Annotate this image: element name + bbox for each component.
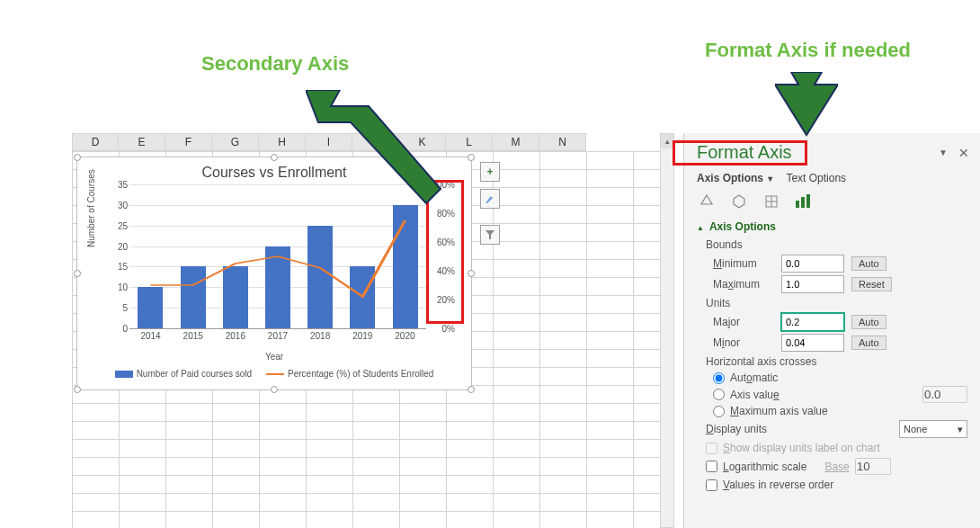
primary-y-axis[interactable]: 35 30 25 20 15 10 5 0 bbox=[110, 184, 128, 328]
col-header[interactable]: F bbox=[165, 133, 212, 151]
plus-icon: + bbox=[486, 166, 493, 178]
col-header[interactable]: M bbox=[493, 133, 539, 151]
svg-marker-0 bbox=[306, 90, 441, 203]
min-input[interactable] bbox=[781, 255, 844, 273]
section-axis-options[interactable]: Axis Options bbox=[697, 220, 967, 233]
legend[interactable]: Number of Paid courses sold Percentage (… bbox=[77, 369, 471, 379]
radio-max-axis-value[interactable] bbox=[713, 406, 725, 417]
minor-auto-button[interactable]: Auto bbox=[851, 336, 886, 350]
svg-marker-2 bbox=[734, 195, 744, 208]
horizontal-crosses-label: Horizontal axis crosses bbox=[706, 355, 967, 368]
chart-styles-button[interactable] bbox=[480, 189, 500, 209]
resize-handle[interactable] bbox=[271, 154, 278, 161]
resize-handle[interactable] bbox=[74, 154, 81, 161]
format-axis-pane: Format Axis ▼ ✕ Axis Options ▼ Text Opti… bbox=[683, 133, 980, 528]
minor-label: Minor bbox=[713, 336, 774, 349]
funnel-icon bbox=[485, 229, 495, 240]
x-axis-label[interactable]: Year bbox=[77, 352, 471, 362]
radio-axis-value[interactable] bbox=[713, 389, 725, 400]
chart-elements-button[interactable]: + bbox=[480, 162, 500, 182]
svg-rect-8 bbox=[806, 194, 810, 208]
axis-value-input bbox=[922, 386, 967, 403]
col-header[interactable]: E bbox=[119, 133, 165, 151]
svg-marker-1 bbox=[775, 72, 838, 135]
units-label: Units bbox=[706, 297, 967, 309]
fill-line-icon[interactable] bbox=[697, 192, 717, 211]
legend-swatch-line bbox=[266, 373, 284, 375]
effects-icon[interactable] bbox=[729, 192, 749, 211]
resize-handle[interactable] bbox=[74, 386, 81, 393]
pane-tabs: Axis Options ▼ Text Options bbox=[697, 172, 967, 184]
highlight-format-axis-title bbox=[673, 140, 807, 166]
x-axis[interactable]: 2014201520162017201820192020 bbox=[129, 331, 426, 341]
vertical-scrollbar[interactable]: ▴ bbox=[660, 133, 674, 528]
max-reset-button[interactable]: Reset bbox=[851, 277, 892, 291]
annotation-format-axis: Format Axis if needed bbox=[705, 39, 911, 62]
col-header[interactable]: L bbox=[446, 133, 493, 151]
min-label: Minimum bbox=[713, 257, 774, 270]
size-properties-icon[interactable] bbox=[762, 192, 781, 211]
major-label: Major bbox=[713, 316, 774, 328]
axis-options-icon[interactable] bbox=[794, 192, 814, 211]
minor-input[interactable] bbox=[781, 334, 844, 352]
max-label: Maximum bbox=[713, 278, 774, 291]
col-header[interactable]: D bbox=[72, 133, 119, 151]
bounds-label: Bounds bbox=[706, 238, 967, 251]
radio-automatic[interactable] bbox=[713, 372, 725, 384]
display-units-select[interactable]: None▾ bbox=[899, 420, 967, 438]
annotation-secondary-axis: Secondary Axis bbox=[201, 52, 349, 76]
min-auto-button[interactable]: Auto bbox=[851, 256, 886, 271]
close-icon[interactable]: ✕ bbox=[958, 146, 969, 160]
resize-handle[interactable] bbox=[271, 386, 278, 393]
max-input[interactable] bbox=[781, 275, 844, 293]
log-base-input bbox=[855, 458, 891, 475]
major-input[interactable] bbox=[781, 313, 844, 331]
tab-text-options[interactable]: Text Options bbox=[786, 172, 846, 184]
arrow-format-axis bbox=[775, 72, 838, 140]
legend-swatch-bar bbox=[115, 371, 133, 378]
reverse-order-checkbox[interactable] bbox=[706, 479, 717, 491]
arrow-secondary-axis bbox=[306, 90, 450, 207]
brush-icon bbox=[484, 192, 496, 205]
major-auto-button[interactable]: Auto bbox=[851, 315, 886, 329]
col-header[interactable]: H bbox=[259, 133, 306, 151]
log-scale-checkbox[interactable] bbox=[706, 461, 717, 472]
show-units-label-checkbox bbox=[706, 443, 717, 454]
pane-options-dropdown[interactable]: ▼ bbox=[939, 148, 948, 157]
svg-rect-6 bbox=[796, 201, 799, 208]
tab-axis-options[interactable]: Axis Options ▼ bbox=[697, 172, 774, 184]
col-header[interactable]: N bbox=[539, 133, 586, 151]
svg-rect-7 bbox=[801, 197, 805, 208]
pane-category-icons bbox=[697, 192, 967, 211]
chart-filter-button[interactable] bbox=[480, 225, 500, 245]
resize-handle[interactable] bbox=[468, 154, 475, 161]
display-units-label: Display units bbox=[706, 423, 787, 435]
scroll-up-button[interactable]: ▴ bbox=[661, 134, 673, 148]
resize-handle[interactable] bbox=[468, 386, 475, 393]
col-header[interactable]: G bbox=[212, 133, 259, 151]
